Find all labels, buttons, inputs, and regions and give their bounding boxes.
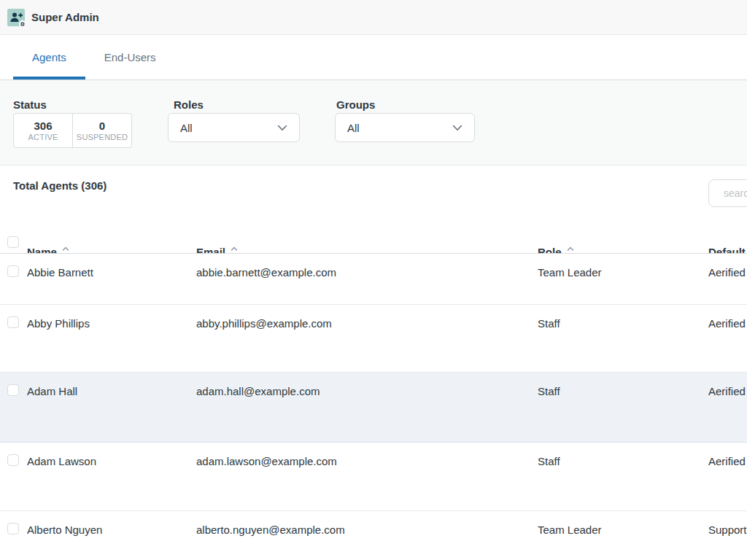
tab-strip: Agents End-Users	[0, 35, 747, 80]
roles-filter-label: Roles	[174, 98, 204, 111]
tab-end-users-label: End-Users	[104, 51, 156, 63]
column-header-default-group[interactable]: Default Group	[708, 233, 747, 253]
agent-default-group: Aerified	[708, 443, 747, 510]
status-toggle: 306 ACTIVE 0 SUSPENDED	[13, 113, 132, 148]
column-header-name[interactable]: Name	[27, 233, 196, 253]
agent-default-group: Aerified	[708, 305, 747, 372]
search-input[interactable]	[708, 179, 747, 207]
table-row[interactable]: Alberto Nguyen alberto.nguyen@example.co…	[0, 511, 747, 560]
tab-end-users[interactable]: End-Users	[85, 35, 175, 79]
table-row[interactable]: Adam Hall adam.hall@example.com Staff Ae…	[0, 373, 747, 443]
roles-select-value: All	[180, 122, 277, 134]
chevron-down-icon	[452, 125, 462, 131]
row-checkbox[interactable]	[7, 265, 19, 277]
total-agents-label: Total Agents (306)	[13, 179, 107, 192]
active-count: 306	[34, 120, 52, 132]
table-row[interactable]: Abbie Barnett abbie.barnett@example.com …	[0, 254, 747, 305]
agent-email: adam.lawson@example.com	[196, 443, 538, 510]
row-checkbox[interactable]	[7, 523, 19, 534]
agent-role: Team Leader	[538, 254, 708, 304]
groups-filter-label: Groups	[336, 98, 375, 111]
agent-email: abby.phillips@example.com	[196, 305, 538, 372]
tab-agents[interactable]: Agents	[13, 35, 85, 79]
table-header-row: Name Email Role Default Group	[0, 233, 747, 254]
agent-role: Staff	[538, 443, 708, 510]
row-checkbox[interactable]	[7, 454, 19, 466]
agent-default-group: Aerified	[708, 254, 747, 304]
groups-select[interactable]: All	[335, 113, 475, 142]
agent-role: Staff	[538, 305, 708, 372]
agent-email: alberto.nguyen@example.com	[196, 511, 538, 560]
sort-icon	[567, 246, 574, 253]
table-row[interactable]: Abby Phillips abby.phillips@example.com …	[0, 305, 747, 373]
agent-default-group: Support	[708, 511, 747, 560]
agent-name: Adam Lawson	[27, 443, 196, 510]
column-header-role[interactable]: Role	[538, 233, 708, 253]
agent-role: Team Leader	[538, 511, 708, 560]
tab-agents-label: Agents	[32, 51, 66, 63]
agents-table: Name Email Role Default Group Abbie Barn…	[0, 233, 747, 560]
suspended-caption: SUSPENDED	[77, 132, 128, 142]
groups-select-value: All	[347, 122, 452, 134]
filter-section: Status 306 ACTIVE 0 SUSPENDED Roles All …	[0, 80, 747, 166]
active-caption: ACTIVE	[28, 132, 58, 142]
row-checkbox[interactable]	[7, 316, 19, 328]
agent-name: Alberto Nguyen	[27, 511, 196, 560]
select-all-checkbox[interactable]	[7, 236, 19, 248]
agent-name: Abby Phillips	[27, 305, 196, 372]
suspended-count: 0	[99, 120, 105, 132]
status-filter-label: Status	[13, 98, 47, 111]
agent-email: abbie.barnett@example.com	[196, 254, 538, 304]
agent-email: adam.hall@example.com	[196, 373, 538, 442]
status-active-cell[interactable]: 306 ACTIVE	[14, 114, 72, 147]
sort-icon	[231, 246, 238, 253]
agent-name: Adam Hall	[27, 373, 196, 442]
sort-icon	[62, 246, 69, 253]
column-header-email[interactable]: Email	[196, 233, 538, 253]
page-title: Super Admin	[31, 11, 99, 23]
table-row[interactable]: Adam Lawson adam.lawson@example.com Staf…	[0, 443, 747, 511]
status-suspended-cell[interactable]: 0 SUSPENDED	[72, 114, 131, 147]
user-add-icon	[7, 9, 25, 26]
list-toolbar: Total Agents (306)	[0, 166, 747, 233]
topbar: Super Admin	[0, 0, 747, 35]
chevron-down-icon	[277, 125, 287, 131]
agent-name: Abbie Barnett	[27, 254, 196, 304]
agent-role: Staff	[538, 373, 708, 442]
roles-select[interactable]: All	[168, 113, 300, 142]
row-checkbox[interactable]	[7, 384, 19, 396]
agent-default-group: Aerified	[708, 373, 747, 442]
